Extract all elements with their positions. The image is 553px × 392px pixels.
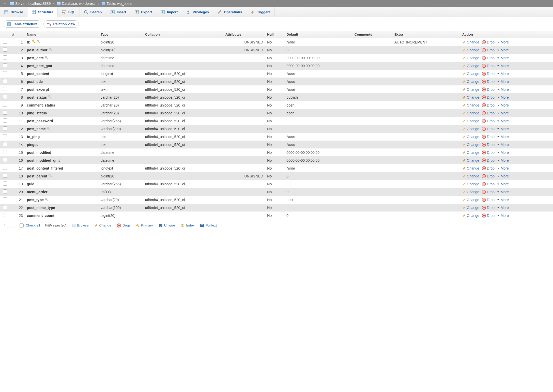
row-checkbox[interactable]: [3, 40, 7, 44]
change-button[interactable]: Change: [462, 119, 479, 123]
row-checkbox[interactable]: [3, 48, 7, 52]
change-button[interactable]: Change: [462, 150, 479, 155]
row-checkbox[interactable]: [3, 79, 7, 83]
tab-insert[interactable]: Insert: [106, 7, 131, 17]
more-button[interactable]: More: [497, 80, 509, 84]
change-button[interactable]: Change: [462, 80, 479, 84]
change-button[interactable]: Change: [462, 174, 479, 178]
drop-button[interactable]: Drop: [482, 182, 495, 186]
change-button[interactable]: Change: [462, 72, 479, 76]
row-checkbox[interactable]: [3, 55, 7, 59]
tab-triggers[interactable]: Triggers: [246, 7, 275, 17]
check-all[interactable]: Check all: [20, 223, 40, 228]
drop-button[interactable]: Drop: [482, 214, 495, 218]
drop-button[interactable]: Drop: [482, 80, 495, 84]
more-button[interactable]: More: [497, 214, 509, 218]
more-button[interactable]: More: [497, 135, 509, 139]
tab-import[interactable]: Import: [156, 7, 182, 17]
drop-button[interactable]: Drop: [482, 158, 495, 162]
tab-browse[interactable]: Browse: [0, 7, 27, 17]
more-button[interactable]: More: [497, 64, 509, 68]
change-button[interactable]: Change: [462, 135, 479, 139]
tab-privileges[interactable]: Privileges: [182, 7, 213, 17]
more-button[interactable]: More: [497, 182, 509, 186]
back-arrow[interactable]: ←: [2, 1, 9, 6]
bulk-browse-button[interactable]: Browse: [72, 223, 89, 228]
row-checkbox[interactable]: [3, 126, 7, 130]
tab-export[interactable]: Export: [130, 7, 156, 17]
more-button[interactable]: More: [497, 127, 509, 131]
change-button[interactable]: Change: [462, 127, 479, 131]
bulk-change-button[interactable]: Change: [94, 223, 111, 228]
change-button[interactable]: Change: [462, 190, 479, 194]
more-button[interactable]: More: [497, 143, 509, 147]
row-checkbox[interactable]: [3, 87, 7, 91]
more-button[interactable]: More: [497, 190, 509, 194]
more-button[interactable]: More: [497, 103, 509, 107]
more-button[interactable]: More: [497, 40, 509, 44]
drop-button[interactable]: Drop: [482, 95, 495, 99]
row-checkbox[interactable]: [3, 111, 7, 115]
row-checkbox[interactable]: [3, 95, 7, 99]
drop-button[interactable]: Drop: [482, 103, 495, 107]
subtab-table-structure[interactable]: Table structure: [4, 20, 41, 28]
tab-structure[interactable]: Structure: [27, 7, 58, 17]
change-button[interactable]: Change: [462, 214, 479, 218]
drop-button[interactable]: Drop: [482, 150, 495, 155]
drop-button[interactable]: Drop: [482, 190, 495, 194]
row-checkbox[interactable]: [3, 150, 7, 154]
drop-button[interactable]: Drop: [482, 206, 495, 210]
row-checkbox[interactable]: [3, 71, 7, 75]
row-checkbox[interactable]: [3, 205, 7, 209]
change-button[interactable]: Change: [462, 40, 479, 44]
row-checkbox[interactable]: [3, 197, 7, 201]
check-all-checkbox[interactable]: [20, 223, 24, 228]
more-button[interactable]: More: [497, 87, 509, 92]
more-button[interactable]: More: [497, 174, 509, 178]
change-button[interactable]: Change: [462, 95, 479, 99]
bulk-unique-button[interactable]: UUnique: [159, 223, 175, 228]
drop-button[interactable]: Drop: [482, 174, 495, 178]
drop-button[interactable]: Drop: [482, 56, 495, 60]
change-button[interactable]: Change: [462, 158, 479, 162]
more-button[interactable]: More: [497, 111, 509, 115]
more-button[interactable]: More: [497, 119, 509, 123]
more-button[interactable]: More: [497, 150, 509, 155]
more-button[interactable]: More: [497, 198, 509, 202]
bulk-drop-button[interactable]: Drop: [117, 223, 130, 228]
drop-button[interactable]: Drop: [482, 48, 495, 52]
bulk-index-button[interactable]: Index: [180, 223, 194, 228]
row-checkbox[interactable]: [3, 103, 7, 107]
change-button[interactable]: Change: [462, 48, 479, 52]
drop-button[interactable]: Drop: [482, 64, 495, 68]
row-checkbox[interactable]: [3, 134, 7, 138]
more-button[interactable]: More: [497, 166, 509, 170]
bulk-primary-button[interactable]: Primary: [135, 223, 153, 228]
row-checkbox[interactable]: [3, 182, 7, 186]
change-button[interactable]: Change: [462, 143, 479, 147]
change-button[interactable]: Change: [462, 182, 479, 186]
drop-button[interactable]: Drop: [482, 72, 495, 76]
drop-button[interactable]: Drop: [482, 119, 495, 123]
change-button[interactable]: Change: [462, 206, 479, 210]
tab-sql[interactable]: SQLSQL: [58, 7, 80, 17]
change-button[interactable]: Change: [462, 103, 479, 107]
more-button[interactable]: More: [497, 206, 509, 210]
row-checkbox[interactable]: [3, 63, 7, 67]
row-checkbox[interactable]: [3, 213, 7, 217]
drop-button[interactable]: Drop: [482, 198, 495, 202]
more-button[interactable]: More: [497, 72, 509, 76]
change-button[interactable]: Change: [462, 56, 479, 60]
subtab-relation-view[interactable]: Relation view: [43, 20, 79, 28]
drop-button[interactable]: Drop: [482, 40, 495, 44]
drop-button[interactable]: Drop: [482, 143, 495, 147]
row-checkbox[interactable]: [3, 142, 7, 146]
change-button[interactable]: Change: [462, 87, 479, 92]
row-checkbox[interactable]: [3, 166, 7, 170]
breadcrumb-server[interactable]: Server: localhost:8889: [10, 2, 51, 6]
more-button[interactable]: More: [497, 48, 509, 52]
drop-button[interactable]: Drop: [482, 166, 495, 170]
breadcrumb-table[interactable]: Table: wp_posts: [101, 2, 132, 6]
change-button[interactable]: Change: [462, 198, 479, 202]
row-checkbox[interactable]: [3, 158, 7, 162]
